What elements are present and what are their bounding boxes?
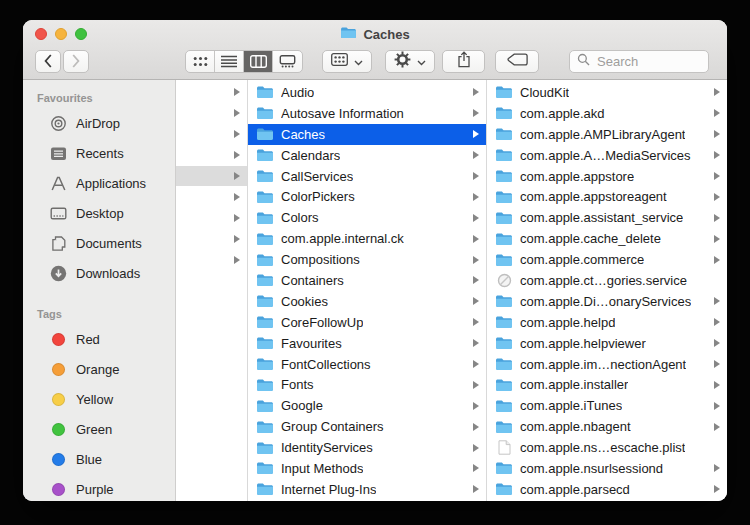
sidebar: FavouritesAirDropRecentsApplicationsDesk…: [23, 80, 176, 501]
search-input[interactable]: [595, 53, 701, 70]
action-menu-button[interactable]: [385, 50, 435, 73]
file-row-com-apple-appstoreagent[interactable]: com.apple.appstoreagent: [487, 186, 727, 207]
sidebar-section-title: Tags: [23, 304, 175, 324]
file-name: com.apple.cache_delete: [520, 231, 661, 246]
file-row-com-apple-nsurlsessiond[interactable]: com.apple.nsurlsessiond: [487, 458, 727, 479]
file-name: ColorPickers: [281, 189, 355, 204]
disclosure-chevron-icon: [473, 464, 479, 472]
sidebar-item-orange[interactable]: Orange: [23, 354, 175, 384]
file-row-autosave-information[interactable]: Autosave Information: [248, 103, 486, 124]
group-menu-button[interactable]: [322, 50, 372, 73]
file-row-com-apple-itunes[interactable]: com.apple.iTunes: [487, 395, 727, 416]
file-row-audio[interactable]: Audio: [248, 82, 486, 103]
file-row-identityservices[interactable]: IdentityServices: [248, 437, 486, 458]
disclosure-chevron-icon: [473, 360, 479, 368]
folder-icon: [495, 336, 513, 351]
file-row-com-apple-parsecd[interactable]: com.apple.parsecd: [487, 479, 727, 500]
forward-button[interactable]: [63, 50, 89, 73]
sidebar-item-yellow[interactable]: Yellow: [23, 384, 175, 414]
disclosure-chevron-icon: [473, 339, 479, 347]
file-row-colors[interactable]: Colors: [248, 207, 486, 228]
file-row-com-apple-ct-gories-service[interactable]: com.apple.ct…gories.service: [487, 270, 727, 291]
file-row-input-methods[interactable]: Input Methods: [248, 458, 486, 479]
file-row-caches[interactable]: Caches: [248, 124, 486, 145]
file-row-com-apple-appstore[interactable]: com.apple.appstore: [487, 166, 727, 187]
sidebar-item-label: Downloads: [76, 266, 140, 281]
parent-column-row[interactable]: [176, 145, 247, 166]
sidebar-section-title: Favourites: [23, 88, 175, 108]
sidebar-item-airdrop[interactable]: AirDrop: [23, 108, 175, 138]
file-row-com-apple-nbagent[interactable]: com.apple.nbagent: [487, 416, 727, 437]
search-field: [569, 50, 709, 73]
file-row-com-apple-assistant-service[interactable]: com.apple.assistant_service: [487, 207, 727, 228]
file-row-compositions[interactable]: Compositions: [248, 249, 486, 270]
purple-tag-icon: [52, 483, 65, 496]
file-row-com-apple-ns-escache-plist[interactable]: com.apple.ns…escache.plist: [487, 437, 727, 458]
folder-icon: [256, 482, 274, 497]
file-row-cookies[interactable]: Cookies: [248, 291, 486, 312]
icon-view-button[interactable]: [186, 51, 215, 72]
disclosure-chevron-icon: [473, 444, 479, 452]
column-view-button[interactable]: [244, 51, 273, 72]
file-row-com-apple-internal-ck[interactable]: com.apple.internal.ck: [248, 228, 486, 249]
file-name: Group Containers: [281, 419, 384, 434]
file-row-group-containers[interactable]: Group Containers: [248, 416, 486, 437]
folder-icon: [256, 148, 274, 163]
file-row-internet-plug-ins[interactable]: Internet Plug-Ins: [248, 479, 486, 500]
folder-icon: [256, 106, 274, 121]
file-row-cloudkit[interactable]: CloudKit: [487, 82, 727, 103]
file-name: com.apple.assistant_service: [520, 210, 683, 225]
parent-column-row[interactable]: [176, 207, 247, 228]
disclosure-chevron-icon: [234, 256, 240, 264]
file-row-calendars[interactable]: Calendars: [248, 145, 486, 166]
file-row-containers[interactable]: Containers: [248, 270, 486, 291]
share-button[interactable]: [442, 50, 485, 73]
file-name: CloudKit: [520, 85, 569, 100]
parent-column-row[interactable]: [176, 186, 247, 207]
file-name: com.apple.akd: [520, 106, 605, 121]
list-view-button[interactable]: [215, 51, 244, 72]
file-row-corefollowup[interactable]: CoreFollowUp: [248, 312, 486, 333]
tag-button[interactable]: [495, 50, 539, 73]
sidebar-item-downloads[interactable]: Downloads: [23, 258, 175, 288]
sidebar-item-documents[interactable]: Documents: [23, 228, 175, 258]
downloads-icon: [49, 264, 68, 283]
file-row-com-apple-im-nectionagent[interactable]: com.apple.im…nectionAgent: [487, 354, 727, 375]
file-row-com-apple-helpviewer[interactable]: com.apple.helpviewer: [487, 333, 727, 354]
file-row-callservices[interactable]: CallServices: [248, 166, 486, 187]
file-row-com-apple-cache-delete[interactable]: com.apple.cache_delete: [487, 228, 727, 249]
folder-icon: [256, 315, 274, 330]
file-row-fontcollections[interactable]: FontCollections: [248, 354, 486, 375]
sidebar-item-red[interactable]: Red: [23, 324, 175, 354]
parent-column-row[interactable]: [176, 166, 247, 187]
parent-column-row[interactable]: [176, 82, 247, 103]
file-name: com.apple.appstore: [520, 169, 634, 184]
folder-icon: [495, 294, 513, 309]
sidebar-item-purple[interactable]: Purple: [23, 474, 175, 501]
file-row-com-apple-installer[interactable]: com.apple.installer: [487, 374, 727, 395]
disclosure-chevron-icon: [234, 214, 240, 222]
parent-column-row[interactable]: [176, 249, 247, 270]
file-row-com-apple-akd[interactable]: com.apple.akd: [487, 103, 727, 124]
gallery-view-button[interactable]: [273, 51, 302, 72]
file-row-com-apple-a-mediaservices[interactable]: com.apple.A…MediaServices: [487, 145, 727, 166]
sidebar-item-desktop[interactable]: Desktop: [23, 198, 175, 228]
parent-column-row[interactable]: [176, 228, 247, 249]
file-row-com-apple-commerce[interactable]: com.apple.commerce: [487, 249, 727, 270]
file-row-com-apple-di-onaryservices[interactable]: com.apple.Di…onaryServices: [487, 291, 727, 312]
sidebar-item-recents[interactable]: Recents: [23, 138, 175, 168]
sidebar-item-applications[interactable]: Applications: [23, 168, 175, 198]
file-row-com-apple-amplibraryagent[interactable]: com.apple.AMPLibraryAgent: [487, 124, 727, 145]
sidebar-item-blue[interactable]: Blue: [23, 444, 175, 474]
tag-icon: [507, 52, 528, 70]
back-button[interactable]: [35, 50, 61, 73]
file-row-fonts[interactable]: Fonts: [248, 374, 486, 395]
file-row-colorpickers[interactable]: ColorPickers: [248, 186, 486, 207]
file-row-favourites[interactable]: Favourites: [248, 333, 486, 354]
parent-column-row[interactable]: [176, 103, 247, 124]
file-row-google[interactable]: Google: [248, 395, 486, 416]
file-row-com-apple-helpd[interactable]: com.apple.helpd: [487, 312, 727, 333]
folder-icon: [256, 336, 274, 351]
sidebar-item-green[interactable]: Green: [23, 414, 175, 444]
parent-column-row[interactable]: [176, 124, 247, 145]
